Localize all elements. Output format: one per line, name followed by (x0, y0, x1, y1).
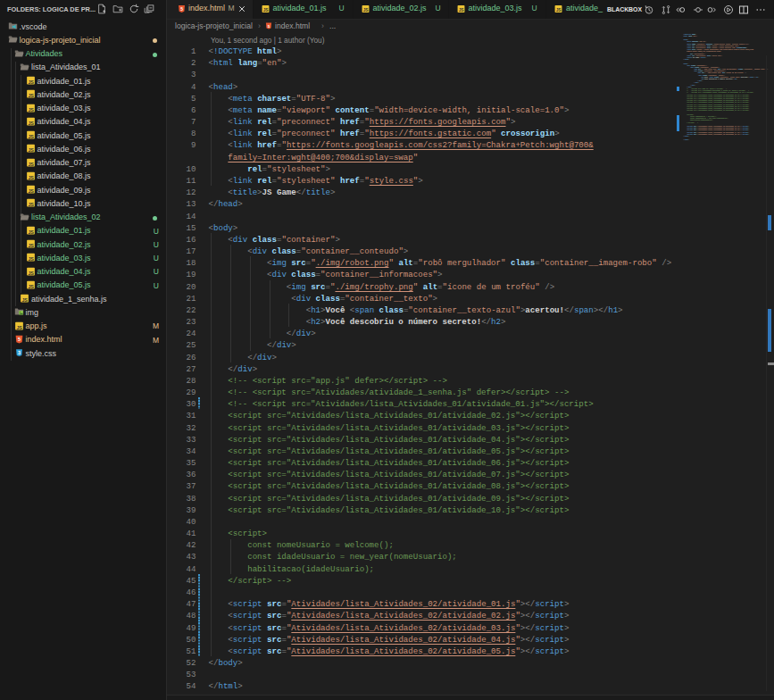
svg-text:JS: JS (28, 270, 34, 275)
svg-text:5: 5 (180, 7, 183, 12)
svg-text:JS: JS (28, 202, 34, 207)
svg-text:JS: JS (262, 8, 269, 12)
svg-text:JS: JS (28, 134, 34, 139)
svg-text:JS: JS (28, 229, 34, 235)
svg-text:JS: JS (28, 161, 34, 166)
svg-text:5: 5 (17, 337, 20, 342)
svg-text:JS: JS (21, 297, 28, 303)
svg-text:JS: JS (28, 121, 34, 126)
svg-text:JS: JS (28, 79, 34, 85)
svg-text:JS: JS (28, 147, 34, 153)
svg-text:JS: JS (28, 243, 34, 248)
svg-text:JS: JS (28, 188, 34, 194)
svg-text:JS: JS (28, 256, 34, 262)
svg-text:JS: JS (28, 93, 34, 98)
svg-text:JS: JS (28, 175, 34, 180)
svg-text:JS: JS (362, 8, 369, 12)
svg-text:JS: JS (16, 324, 22, 329)
svg-text:JS: JS (458, 8, 464, 12)
svg-text:3: 3 (18, 350, 21, 355)
svg-text:JS: JS (28, 106, 34, 112)
svg-text:JS: JS (556, 8, 562, 12)
svg-text:JS: JS (28, 284, 34, 289)
